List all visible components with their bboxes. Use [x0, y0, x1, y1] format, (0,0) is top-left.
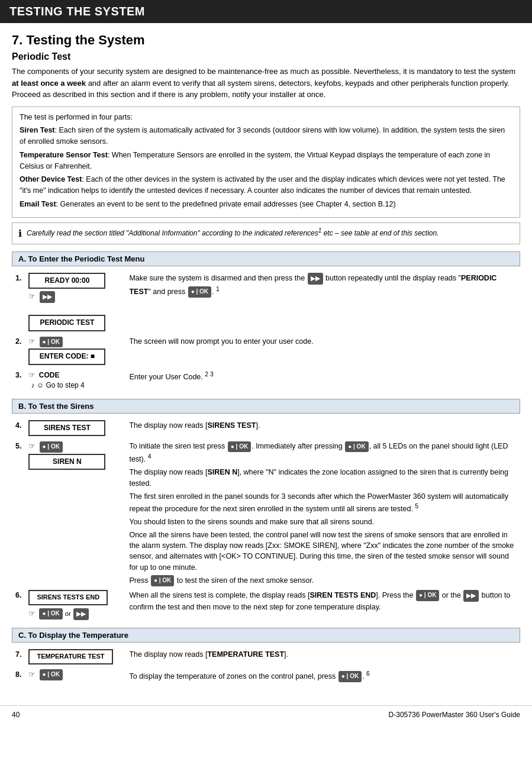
display-siren-n: SIREN N	[28, 454, 105, 470]
ok-btn-6: ● | OK	[39, 608, 62, 620]
arrow-btn-6a: ▶▶	[463, 590, 479, 602]
section-c-steps: 7. TEMPERATURE TEST The display now read…	[12, 647, 520, 684]
ok-icon-step5: ● | OK	[40, 441, 63, 453]
step-2-content: The screen will now prompt you to enter …	[125, 334, 520, 368]
hand-icon-5: ☞	[28, 441, 36, 452]
step-7: 7. TEMPERATURE TEST The display now read…	[12, 647, 520, 667]
step-1: 1. READY 00:00 ☞ ▶▶ PERIODIC TEST Make s…	[12, 271, 520, 334]
section-title: 7. Testing the System	[12, 33, 520, 48]
step-8: 8. ☞ ● | OK To display the temperature o…	[12, 667, 520, 684]
step-6-content: When all the sirens test is complete, th…	[125, 588, 520, 622]
step-5-display: ☞ ● | OK SIREN N	[25, 439, 125, 588]
display-sirens-end: SIRENS TESTS END	[28, 590, 108, 605]
step-4-content: The display now reads [SIRENS TEST].	[125, 418, 520, 439]
arrow-btn-1: ▶▶	[40, 291, 55, 303]
step-7-display: TEMPERATURE TEST	[25, 647, 125, 667]
display-enter-code: ENTER CODE: ■	[28, 349, 105, 364]
ok-btn-5a: ● | OK	[228, 441, 251, 453]
ok-btn-6a: ● | OK	[416, 590, 439, 601]
step-8-display: ☞ ● | OK	[25, 667, 125, 684]
step-3-content: Enter your User Code. 2 3	[125, 368, 520, 393]
or-text-6: or	[65, 609, 71, 619]
music-note: ♪	[31, 381, 34, 389]
step-6-display: SIRENS TESTS END ☞ ● | OK or ▶▶	[25, 588, 125, 622]
hand-icon-6: ☞	[28, 608, 36, 620]
step-4-num: 4.	[12, 418, 25, 439]
step-6: 6. SIRENS TESTS END ☞ ● | OK or ▶▶ When …	[12, 588, 520, 622]
section-c-header: C. To Display the Temperature	[12, 628, 520, 643]
info-icon: ℹ	[18, 227, 22, 240]
info-box: The test is performed in four parts: Sir…	[12, 107, 520, 218]
ok-btn-5c: ● | OK	[151, 575, 174, 586]
sub-section-title: Periodic Test	[12, 51, 520, 62]
notice-text: Carefully read the section titled "Addit…	[27, 227, 439, 238]
page-header: TESTING THE SYSTEM	[0, 0, 532, 23]
smiley-icon: ☺	[37, 381, 44, 389]
section-a-steps: 1. READY 00:00 ☞ ▶▶ PERIODIC TEST Make s…	[12, 271, 520, 393]
ok-icon-step2: ● | OK	[40, 337, 63, 348]
ok-icon-step8: ● | OK	[40, 669, 63, 680]
ok-btn-5b: ● | OK	[345, 441, 368, 453]
ok-btn-step1: ● | OK	[188, 286, 211, 298]
doc-reference: D-305736 PowerMaster 360 User's Guide	[389, 711, 520, 719]
step-2-num: 2.	[12, 334, 25, 368]
header-title: TESTING THE SYSTEM	[9, 5, 145, 18]
hand-icon-1: ☞	[28, 291, 36, 302]
hand-icon-3: ☞	[28, 370, 36, 381]
ok-btn-8: ● | OK	[338, 671, 362, 682]
info-line1: The test is performed in four parts:	[20, 112, 512, 123]
arrow-btn-6: ▶▶	[73, 608, 89, 620]
info-email: Email Test: Generates an event to be sen…	[20, 199, 512, 210]
step-1-num: 1.	[12, 271, 25, 334]
page-footer: 40 D-305736 PowerMaster 360 User's Guide	[0, 705, 532, 724]
step-3-display: ☞ CODE ♪ ☺ Go to step 4	[25, 368, 125, 393]
step-4: 4. SIRENS TEST The display now reads [SI…	[12, 418, 520, 439]
hand-icon-2: ☞	[28, 336, 36, 347]
step-3: 3. ☞ CODE ♪ ☺ Go to step 4 Enter your Us…	[12, 368, 520, 393]
main-content: 7. Testing the System Periodic Test The …	[0, 23, 532, 699]
step-7-num: 7.	[12, 647, 25, 667]
info-siren: Siren Test: Each siren of the system is …	[20, 125, 512, 147]
section-a-header: A. To Enter the Periodic Test Menu	[12, 251, 520, 266]
section-b-steps: 4. SIRENS TEST The display now reads [SI…	[12, 418, 520, 622]
step-4-display: SIRENS TEST	[25, 418, 125, 439]
info-temp: Temperature Sensor Test: When Temperatur…	[20, 150, 512, 172]
display-temp-test: TEMPERATURE TEST	[28, 649, 112, 664]
step-2-display: ☞ ● | OK ENTER CODE: ■	[25, 334, 125, 368]
step-1-content: Make sure the system is disarmed and the…	[125, 271, 520, 334]
step-5-num: 5.	[12, 439, 25, 588]
info-other: Other Device Test: Each of the other dev…	[20, 174, 512, 196]
notice-row: ℹ Carefully read the section titled "Add…	[12, 222, 520, 244]
intro-paragraph: The components of your security system a…	[12, 66, 520, 101]
section-b-header: B. To Test the Sirens	[12, 399, 520, 414]
step-8-num: 8.	[12, 667, 25, 684]
step-6-num: 6.	[12, 588, 25, 622]
step-3-num: 3.	[12, 368, 25, 393]
display-sirens-test: SIRENS TEST	[28, 420, 105, 436]
step-5-content: To initiate the siren test press ● | OK.…	[125, 439, 520, 588]
step-2: 2. ☞ ● | OK ENTER CODE: ■ The screen wil…	[12, 334, 520, 368]
step-1-display: READY 00:00 ☞ ▶▶ PERIODIC TEST	[25, 271, 125, 334]
page-number: 40	[12, 711, 20, 719]
step-8-content: To display the temperature of zones on t…	[125, 667, 520, 684]
hand-icon-8: ☞	[28, 669, 36, 680]
display-ready: READY 00:00	[28, 273, 105, 289]
display-periodic: PERIODIC TEST	[28, 315, 105, 331]
arrow-btn-step1: ▶▶	[308, 273, 323, 285]
step-5: 5. ☞ ● | OK SIREN N To initiate the sire…	[12, 439, 520, 588]
step-7-content: The display now reads [TEMPERATURE TEST]…	[125, 647, 520, 667]
